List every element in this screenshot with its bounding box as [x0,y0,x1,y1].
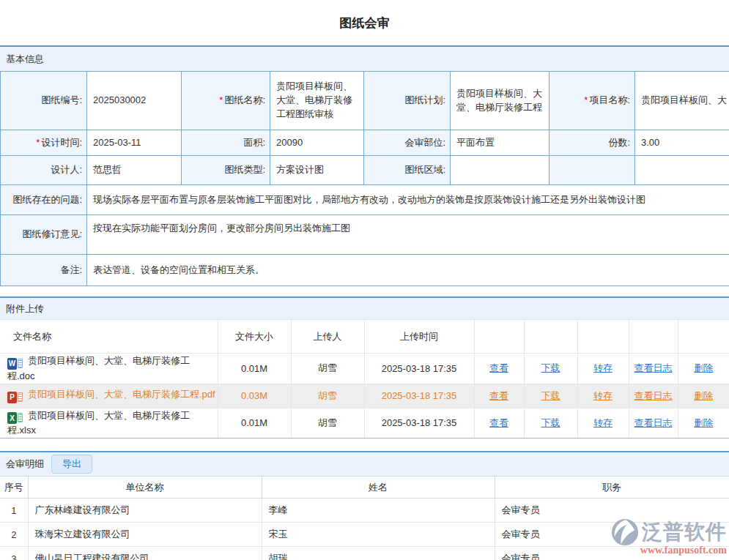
table-row: 图纸存在的问题: 现场实际各层平面布置与原各层装饰施工平面图对比，局部地方有改动… [1,185,729,215]
company-name: 佛山昊日工程建设有限公司 [28,547,262,560]
file-upload-time: 2025-03-18 17:35 [364,408,474,438]
view-link[interactable]: 查看 [489,417,508,428]
column-header-empty [474,320,524,354]
download-link[interactable]: 下载 [541,390,560,401]
file-name: 贵阳项目样板间、大堂、电梯厅装修工程.pdf [28,389,215,400]
field-label-drawing-type: 图纸类型: [182,156,270,185]
table-row: 备注: 表达管道、设备的空间位置和相互关系。 [1,255,729,286]
review-row: 3 佛山昊日工程建设有限公司 胡瑞 会审专员 [0,547,729,560]
role: 会审专员 [495,547,729,560]
field-value-design-time: 2025-03-11 [87,130,182,156]
transfer-link[interactable]: 转存 [593,362,613,373]
transfer-link[interactable]: 转存 [593,390,613,401]
file-size: 0.01M [218,354,291,384]
field-label-area: 面积: [182,130,270,156]
view-log-link[interactable]: 查看日志 [634,417,673,428]
person-name: 李峰 [262,499,495,523]
file-uploader: 胡雪 [291,384,364,408]
person-name: 胡瑞 [262,547,495,560]
field-label-remark: 备注: [1,255,87,286]
view-link[interactable]: 查看 [489,390,508,401]
column-header-empty [678,320,729,354]
excel-file-icon: X [7,412,23,424]
export-button[interactable]: 导出 [51,455,92,474]
field-value-revision-opinion: 按现在实际功能平面划分房间，更改部分房间另出装饰施工图 [87,215,729,255]
field-label-empty [549,156,635,185]
field-label-drawing-region: 图纸区域: [364,156,451,185]
required-mark: * [219,94,223,105]
table-row: *设计时间: 2025-03-11 面积: 20090 会审部位: 平面布置 份… [1,130,729,156]
field-label-drawing-no: 图纸编号: [1,72,87,130]
field-label-design-time: *设计时间: [1,130,87,156]
field-value-drawing-name: 贵阳项目样板间、大堂、电梯厅装修工程图纸审核 [270,72,364,130]
column-header-seq: 序号 [0,477,28,499]
section-header-review-detail: 会审明细 导出 [0,451,729,476]
table-row: 设计人: 范思哲 图纸类型: 方案设计图 图纸区域: [1,156,729,185]
review-row: 1 广东林峰建设有限公司 李峰 会审专员 [0,499,729,523]
section-title: 会审明细 [6,458,44,471]
file-upload-time: 2025-03-18 17:35 [364,354,474,384]
field-label-revision-opinion: 图纸修订意见: [1,215,87,255]
file-row: X贵阳项目样板间、大堂、电梯厅装修工程.xlsx 0.01M 胡雪 2025-0… [0,408,729,438]
field-value-empty [635,156,729,185]
review-detail-table: 序号 单位名称 姓名 职务 1 广东林峰建设有限公司 李峰 会审专员 2 珠海宋… [0,476,729,560]
field-value-drawing-problems: 现场实际各层平面布置与原各层装饰施工平面图对比，局部地方有改动，改动地方的装饰是… [87,185,729,215]
delete-link[interactable]: 删除 [694,362,713,373]
field-label-designer: 设计人: [1,156,87,185]
field-label-drawing-name: *图纸名称: [182,72,270,130]
seq-no: 2 [0,523,28,547]
field-label-drawing-problems: 图纸存在的问题: [1,185,87,215]
file-uploader: 胡雪 [291,408,364,438]
field-value-copies: 3.00 [635,130,729,156]
table-row: 图纸编号: 2025030002 *图纸名称: 贵阳项目样板间、大堂、电梯厅装修… [1,72,729,130]
file-name: 贵阳项目样板间、大堂、电梯厅装修工程.xlsx [7,410,190,436]
required-mark: * [584,94,588,105]
column-header-empty [577,320,629,354]
field-label-copies: 份数: [549,130,635,156]
basic-info-table: 图纸编号: 2025030002 *图纸名称: 贵阳项目样板间、大堂、电梯厅装修… [0,71,729,286]
download-link[interactable]: 下载 [541,417,560,428]
transfer-link[interactable]: 转存 [593,417,613,428]
file-row: W贵阳项目样板间、大堂、电梯厅装修工程.doc 0.01M 胡雪 2025-03… [0,354,729,384]
file-row-highlighted: P贵阳项目样板间、大堂、电梯厅装修工程.pdf 0.03M 胡雪 2025-03… [0,384,729,408]
pdf-file-icon: P [7,392,23,403]
seq-no: 3 [0,547,28,560]
field-value-review-part: 平面布置 [451,130,549,156]
delete-link[interactable]: 删除 [694,417,713,428]
file-size: 0.03M [218,384,291,408]
column-header-file-name: 文件名称 [0,320,218,354]
role: 会审专员 [495,523,729,547]
field-label-review-part: 会审部位: [364,130,451,156]
delete-link[interactable]: 删除 [694,390,713,401]
field-value-drawing-region [451,156,549,185]
company-name: 珠海宋立建设有限公司 [28,523,262,547]
column-header-empty [629,320,678,354]
field-label-drawing-plan: 图纸计划: [364,72,451,130]
word-file-icon: W [7,358,23,370]
field-value-project-name: 贵阳项目样板间、大 [635,72,729,130]
field-value-drawing-plan: 贵阳项目样板间、大堂、电梯厅装修工程 [451,72,549,130]
file-size: 0.01M [218,408,291,438]
field-value-designer: 范思哲 [87,156,182,185]
view-log-link[interactable]: 查看日志 [634,390,673,401]
view-link[interactable]: 查看 [489,362,508,373]
required-mark: * [36,137,40,148]
table-header-row: 文件名称 文件大小 上传人 上传时间 [0,320,729,354]
column-header-file-size: 文件大小 [218,320,291,354]
seq-no: 1 [0,499,28,523]
section-title: 基本信息 [6,53,44,66]
field-value-area: 20090 [270,130,364,156]
section-header-basic-info: 基本信息 [0,45,729,71]
field-label-project-name: *项目名称: [549,72,635,130]
column-header-upload-time: 上传时间 [364,320,474,354]
download-link[interactable]: 下载 [541,362,560,373]
company-name: 广东林峰建设有限公司 [28,499,262,523]
field-value-drawing-type: 方案设计图 [270,156,364,185]
column-header-role: 职务 [495,477,729,499]
field-value-drawing-no: 2025030002 [87,72,182,130]
view-log-link[interactable]: 查看日志 [634,362,673,373]
section-header-attachments: 附件上传 [0,296,729,319]
page-title: 图纸会审 [0,0,729,45]
attachments-table: 文件名称 文件大小 上传人 上传时间 W贵阳项目样板间、大堂、电梯厅装修工程.d… [0,319,729,438]
section-title: 附件上传 [6,302,44,316]
